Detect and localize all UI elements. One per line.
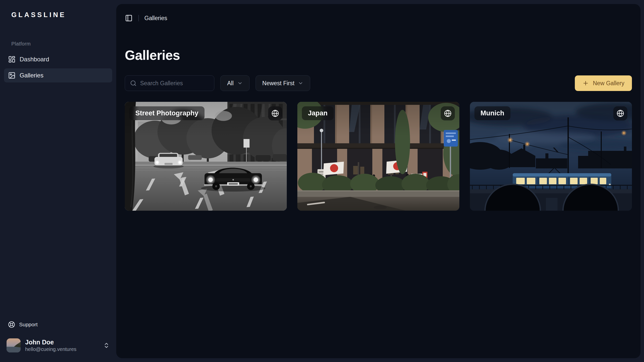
new-gallery-label: New Gallery (593, 80, 624, 87)
image-icon (8, 72, 16, 79)
app-root: GLASSLINE Platform Dashboard Galleries (0, 0, 644, 362)
search-box (125, 75, 214, 91)
gallery-visibility-badge[interactable] (441, 106, 455, 120)
breadcrumb[interactable]: Galleries (144, 15, 167, 22)
page-title: Galleries (125, 47, 632, 63)
user-info: John Doe hello@cueing.ventures (25, 339, 76, 352)
sidebar-item-dashboard[interactable]: Dashboard (4, 52, 112, 66)
user-name: John Doe (25, 339, 76, 345)
gallery-title-pill: Japan (302, 106, 334, 120)
sidebar: GLASSLINE Platform Dashboard Galleries (0, 0, 116, 362)
gallery-grid: Street Photography (125, 102, 632, 211)
sort-label: Newest First (262, 80, 295, 87)
sidebar-item-galleries[interactable]: Galleries (4, 68, 112, 82)
filter-label: All (227, 80, 234, 87)
main-header: Galleries (116, 4, 640, 22)
sidebar-nav: Dashboard Galleries (4, 52, 112, 82)
sidebar-footer: Support (4, 318, 112, 354)
toolbar: All Newest First New Gallery (125, 75, 632, 91)
avatar (7, 338, 21, 352)
search-input[interactable] (140, 80, 209, 87)
sidebar-item-label: Dashboard (20, 56, 49, 63)
gallery-visibility-badge[interactable] (613, 106, 627, 120)
plus-icon (582, 80, 589, 86)
life-buoy-icon (8, 321, 15, 328)
main-content: Galleries All Newest First (116, 22, 640, 358)
gallery-card-street-photography[interactable]: Street Photography (125, 102, 287, 211)
sidebar-toggle-button[interactable] (125, 14, 133, 22)
support-label: Support (19, 322, 38, 328)
filter-select[interactable]: All (220, 75, 250, 91)
gallery-title-pill: Munich (474, 106, 510, 120)
gallery-visibility-badge[interactable] (268, 106, 282, 120)
gallery-title-pill: Street Photography (129, 106, 205, 120)
globe-icon (444, 110, 452, 117)
globe-icon (617, 110, 624, 117)
chevron-down-icon (237, 80, 243, 86)
main-panel: Galleries Galleries All New (116, 4, 640, 358)
chevrons-up-down-icon (103, 342, 110, 349)
app-logo: GLASSLINE (11, 11, 112, 19)
user-email: hello@cueing.ventures (25, 347, 76, 352)
user-menu[interactable]: John Doe hello@cueing.ventures (4, 336, 112, 354)
globe-icon (271, 110, 279, 117)
sort-select[interactable]: Newest First (256, 75, 310, 91)
header-divider (138, 15, 139, 21)
panel-left-icon (125, 14, 133, 22)
search-icon (130, 80, 137, 86)
sidebar-item-support[interactable]: Support (4, 318, 112, 331)
sidebar-section-label: Platform (11, 41, 112, 47)
chevron-down-icon (298, 80, 303, 86)
new-gallery-button[interactable]: New Gallery (575, 75, 632, 91)
gallery-card-japan[interactable]: Japan (297, 102, 459, 211)
sidebar-item-label: Galleries (20, 72, 44, 79)
dashboard-icon (8, 56, 16, 63)
gallery-card-munich[interactable]: Munich (470, 102, 632, 211)
